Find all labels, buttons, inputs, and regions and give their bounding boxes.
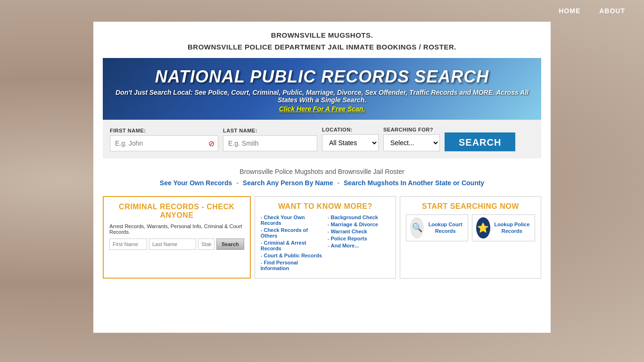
banner-title: NATIONAL PUBLIC RECORDS SEARCH — [110, 67, 534, 86]
search-person-link[interactable]: Search Any Person By Name — [243, 179, 333, 187]
mini-state-input[interactable] — [198, 239, 215, 250]
criminal-records-column: CRIMINAL RECORDS - CHECK ANYONE Arrest R… — [103, 196, 251, 279]
criminal-col-title: CRIMINAL RECORDS - CHECK ANYONE — [109, 203, 244, 220]
list-item: Criminal & Arrest Records — [261, 240, 323, 251]
lookup-buttons: 🔍 Lookup Court Records ⭐ Lookup Police R… — [406, 214, 535, 241]
list-item: And More... — [328, 243, 390, 248]
and-more-link[interactable]: And More... — [331, 243, 359, 248]
nav-home[interactable]: HOME — [559, 7, 580, 15]
page-title: BROWNSVILLE MUGSHOTS. — [103, 31, 541, 39]
middle-description-text: Brownsville Police Mugshots and Brownsvi… — [103, 168, 541, 175]
search-col-title: START SEARCHING NOW — [406, 202, 535, 211]
want-to-know-column: WANT TO KNOW MORE? Check Your Own Record… — [255, 196, 396, 279]
marriage-divorce-link[interactable]: Marriage & Divorce — [331, 222, 378, 227]
last-name-input[interactable] — [223, 135, 317, 151]
mini-search-button[interactable]: Search — [216, 239, 244, 250]
badge-icon: ⭐ — [476, 217, 490, 239]
last-name-group: LAST NAME: — [223, 128, 317, 151]
start-searching-column: START SEARCHING NOW 🔍 Lookup Court Recor… — [400, 196, 541, 279]
lookup-police-label: Lookup Police Records — [493, 221, 531, 235]
court-public-link[interactable]: Court & Public Records — [264, 253, 322, 258]
want-col-title: WANT TO KNOW MORE? — [261, 202, 390, 211]
first-name-input[interactable] — [110, 135, 218, 151]
warrant-check-link[interactable]: Warrant Check — [331, 229, 367, 234]
separator-2: - — [337, 179, 339, 187]
want-links-right: Background Check Marriage & Divorce Warr… — [328, 214, 390, 248]
banner-subtitle: Don't Just Search Local: See Police, Cou… — [110, 89, 534, 104]
search-form-area: FIRST NAME: ⊘ LAST NAME: LOCATION: All S… — [103, 120, 541, 158]
first-name-wrapper: ⊘ — [110, 135, 218, 151]
list-item: Check Records of Others — [261, 227, 323, 239]
top-navigation: HOME ABOUT — [0, 0, 644, 22]
lookup-court-button[interactable]: 🔍 Lookup Court Records — [406, 214, 468, 241]
list-item: Check Your Own Records — [261, 214, 323, 226]
searching-label: SEARCHING FOR? — [383, 127, 440, 132]
mini-search-form: Search — [109, 239, 244, 250]
bottom-white-bar — [93, 304, 551, 333]
police-reports-link[interactable]: Police Reports — [331, 236, 367, 241]
mini-first-name-input[interactable] — [109, 239, 147, 250]
error-icon: ⊘ — [208, 139, 215, 148]
first-name-group: FIRST NAME: ⊘ — [110, 128, 218, 151]
fingerprint-icon: 🔍 — [410, 217, 424, 239]
background-check-link[interactable]: Background Check — [331, 214, 378, 220]
criminal-col-desc: Arrest Records, Warrants, Personal Info,… — [109, 223, 244, 235]
last-name-label: LAST NAME: — [223, 128, 317, 133]
banner[interactable]: NATIONAL PUBLIC RECORDS SEARCH Don't Jus… — [103, 58, 541, 120]
middle-links: See Your Own Records - Search Any Person… — [103, 179, 541, 187]
page-subtitle: BROWNSVILLE POLICE DEPARTMENT JAIL INMAT… — [103, 43, 541, 51]
banner-cta-link[interactable]: Click Here For A Free Scan. — [110, 105, 534, 113]
link-col-right: Background Check Marriage & Divorce Warr… — [328, 214, 390, 272]
list-item: Background Check — [328, 214, 390, 220]
searching-group: SEARCHING FOR? Select... — [383, 127, 440, 151]
check-records-others-link[interactable]: Check Records of Others — [261, 227, 308, 239]
list-item: Marriage & Divorce — [328, 222, 390, 227]
list-item: Court & Public Records — [261, 253, 323, 258]
separator-1: - — [236, 179, 239, 187]
criminal-arrest-link[interactable]: Criminal & Arrest Records — [261, 240, 306, 251]
location-label: LOCATION: — [322, 127, 379, 132]
check-own-records-link[interactable]: Check Your Own Records — [261, 214, 305, 226]
see-own-records-link[interactable]: See Your Own Records — [160, 179, 232, 187]
lookup-police-button[interactable]: ⭐ Lookup Police Records — [472, 214, 535, 241]
location-group: LOCATION: All States — [322, 127, 379, 151]
list-item: Police Reports — [328, 236, 390, 241]
search-button[interactable]: SEARCH — [445, 132, 515, 151]
search-mugshots-link[interactable]: Search Mugshots In Another State or Coun… — [344, 179, 484, 187]
middle-section: Brownsville Police Mugshots and Brownsvi… — [103, 158, 541, 191]
two-col-links: Check Your Own Records Check Records of … — [261, 214, 390, 272]
link-col-left: Check Your Own Records Check Records of … — [261, 214, 323, 272]
first-name-label: FIRST NAME: — [110, 128, 218, 133]
location-select[interactable]: All States — [322, 134, 379, 151]
searching-select[interactable]: Select... — [383, 134, 440, 151]
main-container: BROWNSVILLE MUGSHOTS. BROWNSVILLE POLICE… — [93, 22, 551, 304]
list-item: Find Personal Information — [261, 260, 323, 271]
want-links-left: Check Your Own Records Check Records of … — [261, 214, 323, 271]
lookup-court-label: Lookup Court Records — [427, 221, 463, 235]
mini-last-name-input[interactable] — [149, 239, 196, 250]
bottom-section: CRIMINAL RECORDS - CHECK ANYONE Arrest R… — [103, 196, 541, 279]
list-item: Warrant Check — [328, 229, 390, 234]
nav-about[interactable]: ABOUT — [599, 7, 625, 15]
find-personal-link[interactable]: Find Personal Information — [261, 260, 298, 271]
